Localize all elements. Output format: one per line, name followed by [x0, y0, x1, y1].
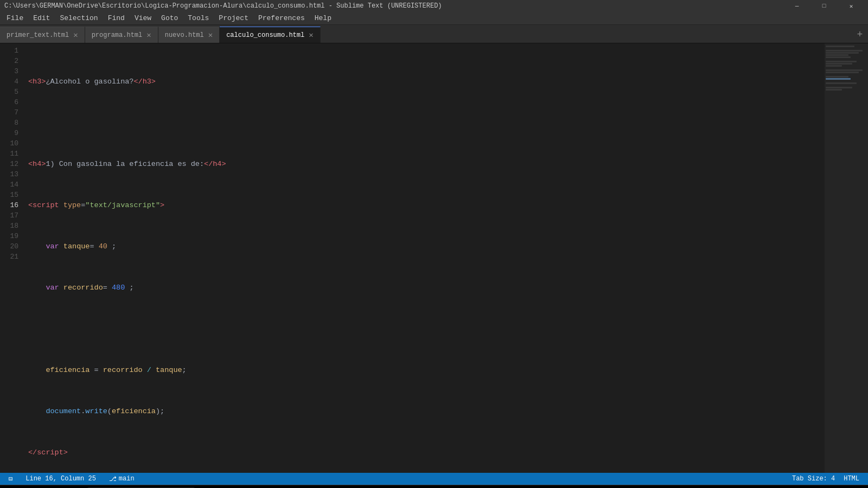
tab-primer-text[interactable]: primer_text.html ✕ [0, 27, 85, 43]
line-num-14: 14 [0, 179, 18, 190]
code-editor[interactable]: <h3>¿Alcohol o gasolina?</h3> <h4>1) Con… [24, 43, 825, 473]
menu-bar: File Edit Selection Find View Goto Tools… [0, 12, 868, 25]
tab-label: nuevo.html [165, 31, 204, 39]
line-num-12: 12 [0, 159, 18, 169]
mini-line [826, 69, 863, 71]
menu-find[interactable]: Find [104, 13, 129, 23]
mini-line [826, 56, 851, 58]
mini-line [826, 50, 863, 52]
code-line-4: <script type="text/javascript"> [24, 200, 825, 210]
tab-calculo-consumo[interactable]: calculo_consumo.html ✕ [220, 27, 320, 43]
status-indentation[interactable]: ⊟ [5, 475, 16, 483]
line-num-4: 4 [0, 76, 18, 87]
line-num-13: 13 [0, 169, 18, 179]
line-num-1: 1 [0, 46, 18, 56]
mini-line [826, 46, 854, 47]
tabs-bar: primer_text.html ✕ programa.html ✕ nuevo… [0, 25, 868, 43]
code-line-6: var recorrido= 480 ; [24, 282, 825, 293]
line-numbers: 1 2 3 4 5 6 7 8 9 10 11 12 13 14 15 16 1… [0, 43, 24, 473]
mini-line [826, 82, 857, 84]
menu-project[interactable]: Project [214, 13, 253, 23]
editor-container: 1 2 3 4 5 6 7 8 9 10 11 12 13 14 15 16 1… [0, 43, 868, 473]
menu-goto[interactable]: Goto [157, 13, 182, 23]
code-line-8: eficiencia = recorrido / tanque; [24, 365, 825, 375]
line-num-10: 10 [0, 138, 18, 149]
tab-programa[interactable]: programa.html ✕ [85, 27, 158, 43]
status-tab-size[interactable]: Tab Size: 4 [789, 475, 838, 483]
code-line-7 [24, 324, 825, 334]
mini-line [826, 76, 848, 78]
mini-line [826, 65, 842, 67]
menu-file[interactable]: File [2, 13, 28, 23]
code-line-5: var tanque= 40 ; [24, 241, 825, 252]
tab-size-text: Tab Size: 4 [792, 475, 835, 483]
tab-close-icon[interactable]: ✕ [146, 31, 151, 39]
tab-close-active-icon[interactable]: ✕ [309, 31, 313, 39]
clock-tray[interactable]: 11:11 a. m. 3/12/2022 [792, 486, 843, 488]
mini-line [826, 87, 852, 88]
tab-close-icon[interactable]: ✕ [208, 31, 213, 39]
line-num-9: 9 [0, 128, 18, 138]
line-num-11: 11 [0, 149, 18, 159]
line-num-16: 16 [0, 200, 18, 210]
tab-nuevo[interactable]: nuevo.html ✕ [158, 27, 220, 43]
line-num-18: 18 [0, 221, 18, 231]
line-col-text: Line 16, Column 25 [25, 475, 96, 483]
status-branch[interactable]: ⎇ main [106, 475, 138, 483]
code-line-10: </script> [24, 447, 825, 458]
mini-line [826, 54, 848, 56]
line-num-19: 19 [0, 231, 18, 241]
status-bar: ⊟ Line 16, Column 25 ⎇ main Tab Size: 4 … [0, 473, 868, 485]
code-line-2 [24, 118, 825, 128]
status-syntax[interactable]: HTML [840, 475, 863, 483]
maximize-button[interactable]: □ [812, 0, 837, 12]
syntax-text: HTML [844, 475, 859, 483]
tab-close-icon[interactable]: ✕ [73, 31, 78, 39]
mini-line [826, 63, 852, 65]
mini-line [826, 61, 857, 62]
menu-preferences[interactable]: Preferences [254, 13, 309, 23]
line-num-8: 8 [0, 118, 18, 128]
line-num-3: 3 [0, 66, 18, 76]
close-button[interactable]: ✕ [839, 0, 864, 12]
branch-text: main [119, 475, 135, 483]
menu-help[interactable]: Help [310, 13, 336, 23]
line-num-17: 17 [0, 210, 18, 221]
minimap [825, 43, 868, 473]
taskbar: 24°C Soleado 🔍 Búsqueda 🗓 📁 🌐 🛍 💬 Z W [0, 485, 868, 488]
title-bar: C:\Users\GERMAN\OneDrive\Escritorio\Logi… [0, 0, 868, 12]
mini-line [826, 89, 842, 91]
menu-tools[interactable]: Tools [183, 13, 213, 23]
tab-add-button[interactable]: + [852, 27, 868, 43]
code-line-3: <h4>1) Con gasolina la eficiencia es de:… [24, 159, 825, 169]
tab-label: programa.html [92, 31, 143, 39]
menu-selection[interactable]: Selection [55, 13, 102, 23]
line-num-7: 7 [0, 107, 18, 118]
taskbar-right: ∧ ⌨ 📶 🔊 ESP LAA 11:11 a. m. 3/12/2022 🗨 [688, 486, 864, 488]
tab-label: primer_text.html [7, 31, 69, 39]
status-right: Tab Size: 4 HTML [789, 475, 863, 483]
menu-edit[interactable]: Edit [29, 13, 54, 23]
line-num-5: 5 [0, 87, 18, 97]
code-line-1: <h3>¿Alcohol o gasolina?</h3> [24, 76, 825, 87]
mini-line [826, 72, 859, 73]
minimize-button[interactable]: — [784, 0, 809, 12]
indentation-icon: ⊟ [9, 475, 12, 483]
line-num-15: 15 [0, 190, 18, 200]
code-line-9: document.write(eficiencia); [24, 406, 825, 416]
menu-view[interactable]: View [130, 13, 156, 23]
line-num-20: 20 [0, 241, 18, 252]
line-num-2: 2 [0, 56, 18, 66]
line-num-6: 6 [0, 97, 18, 107]
mini-line-active [826, 78, 851, 80]
status-line-col[interactable]: Line 16, Column 25 [22, 475, 99, 483]
line-num-21: 21 [0, 252, 18, 262]
branch-icon: ⎇ [109, 475, 117, 483]
tab-label: calculo_consumo.html [226, 31, 304, 39]
title-bar-text: C:\Users\GERMAN\OneDrive\Escritorio\Logi… [4, 2, 442, 10]
title-bar-controls: — □ ✕ [784, 0, 864, 12]
mini-line [826, 52, 859, 54]
